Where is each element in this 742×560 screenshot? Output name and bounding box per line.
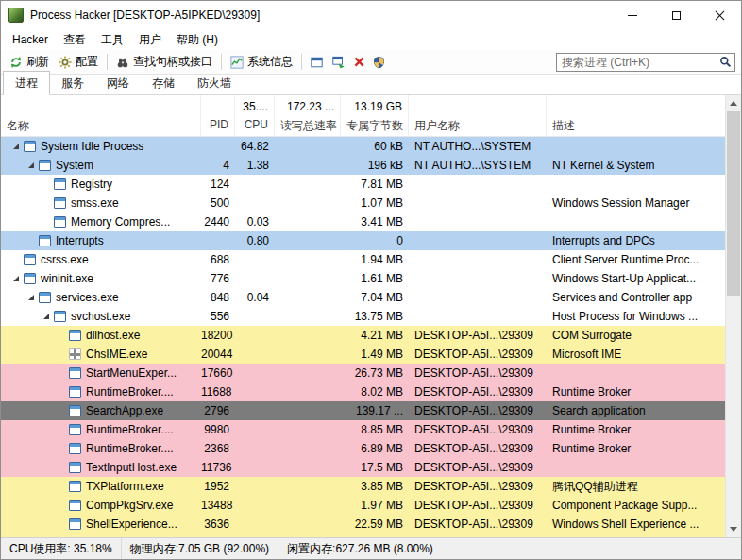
gear-icon [59,56,72,69]
expand-icon[interactable] [8,143,24,150]
table-row[interactable]: TextInputHost.exe 11736 17.5 MB DESKTOP-… [1,458,725,477]
table-row[interactable]: Interrupts 0.80 0 Interrupts and DPCs [1,231,725,250]
minimize-button[interactable] [611,1,654,29]
cell-name-label: smss.exe [71,196,119,210]
tab-firewall[interactable]: 防火墙 [186,73,243,94]
cell-desc: Windows Shell Experience ... [547,518,725,531]
table-row[interactable]: Memory Compres... 2440 0.03 3.41 MB [1,212,725,231]
process-icon [69,518,81,530]
tab-network[interactable]: 网络 [95,73,141,94]
cell-pid: 20044 [201,348,235,361]
cell-pid: 1952 [201,480,235,493]
menu-view[interactable]: 查看 [56,30,93,50]
system-info-button[interactable]: 系统信息 [226,52,297,72]
find-handles-button[interactable]: 查找句柄或接口 [111,52,217,72]
column-header-description[interactable]: 描述 [547,95,725,136]
tree-indent [1,411,54,412]
column-header-name[interactable]: 名称 [1,95,201,136]
cell-name-label: ChsIME.exe [86,348,147,361]
cell-pid: 500 [201,196,235,210]
process-hacker-window: Process Hacker [DESKTOP-A5IPKED\29309] H… [0,0,742,560]
column-header-private-bytes[interactable]: 13.19 GB 专属字节数 [341,95,409,136]
table-row[interactable]: ChsIME.exe 20044 1.49 MB DESKTOP-A5I...\… [1,345,725,364]
maximize-button[interactable] [654,1,698,29]
cell-name-label: csrss.exe [41,253,89,266]
table-row[interactable]: wininit.exe 776 1.61 MB Windows Start-Up… [1,269,725,288]
cell-user: DESKTOP-A5I...\29309 [409,366,547,380]
elevate-button[interactable] [369,54,389,71]
table-row[interactable]: svchost.exe 556 13.75 MB Host Process fo… [1,307,725,326]
cell-name-label: Registry [71,178,112,191]
window-tool-button[interactable] [306,54,328,71]
table-row[interactable]: System Idle Process 64.82 60 kB NT AUTHO… [1,137,725,156]
column-header-user[interactable]: 用户名称 [409,95,547,136]
table-row[interactable]: smss.exe 500 1.07 MB Windows Session Man… [1,194,725,212]
expand-icon[interactable] [24,161,39,169]
table-row[interactable]: RuntimeBroker.... 11688 8.02 MB DESKTOP-… [1,382,725,401]
expand-icon[interactable] [8,275,24,282]
cell-private: 1.07 MB [341,196,409,210]
table-row[interactable]: TXPlatform.exe 1952 3.85 MB DESKTOP-A5I.… [1,477,725,496]
cell-pid: 124 [201,178,235,191]
cell-user: DESKTOP-A5I...\29309 [409,461,547,474]
cell-desc: NT Kernel & System [547,159,725,172]
table-row[interactable]: ShellExperience... 3636 22.59 MB DESKTOP… [1,515,725,534]
table-row[interactable]: dllhost.exe 18200 4.21 MB DESKTOP-A5I...… [1,326,725,345]
close-tool-button[interactable] [349,54,369,70]
scrollbar-track[interactable] [726,111,741,521]
tabbar: 进程 服务 网络 存储 防火墙 [1,75,741,95]
close-button[interactable] [698,1,741,29]
table-row[interactable]: StartMenuExper... 17660 26.73 MB DESKTOP… [1,364,725,382]
menu-users[interactable]: 用户 [131,30,169,50]
tab-disk[interactable]: 存储 [141,73,186,94]
cell-desc: Microsoft IME [547,348,725,361]
menu-help[interactable]: 帮助 (H) [169,30,226,50]
cell-user: DESKTOP-A5I...\29309 [409,480,547,493]
table-row[interactable]: RuntimeBroker.... 2368 6.89 MB DESKTOP-A… [1,439,725,458]
column-label-name: 名称 [1,116,200,136]
tree-indent [1,241,24,242]
search-icon[interactable] [719,56,732,68]
tree-indent [1,430,54,431]
tab-processes[interactable]: 进程 [3,71,50,95]
expand-icon[interactable] [39,313,54,320]
window-new-button[interactable] [328,54,349,71]
column-header-pid[interactable]: PID [201,95,235,136]
scroll-up-button[interactable] [726,95,741,111]
column-header-cpu[interactable]: 35.... CPU [235,95,275,136]
search-input[interactable] [562,56,719,69]
process-icon [69,462,81,473]
binoculars-icon [116,56,129,69]
tree-indent [1,279,8,280]
vertical-scrollbar[interactable] [725,95,741,537]
menu-hacker[interactable]: Hacker [5,31,56,48]
cell-desc: Services and Controller app [547,291,725,304]
scrollbar-thumb[interactable] [727,111,740,296]
column-label-description: 描述 [547,116,725,136]
statusbar: CPU使用率: 35.18% 物理内存:7.05 GB (92.00%) 闲置内… [1,537,741,559]
table-row[interactable]: System 4 1.38 196 kB NT AUTHO...\SYSTEM … [1,156,725,175]
cell-user: DESKTOP-A5I...\29309 [409,423,547,436]
cell-pid: 9980 [201,423,235,436]
tab-services[interactable]: 服务 [50,73,95,94]
column-header-io[interactable]: 172.23 ... 读写总速率 [275,95,341,136]
tree-indent [1,524,54,525]
tree-indent [1,297,24,298]
expand-icon[interactable] [24,294,39,301]
table-row[interactable]: services.exe 848 0.04 7.04 MB Services a… [1,288,725,307]
menu-tools[interactable]: 工具 [93,30,131,50]
close-icon [715,10,725,21]
table-row[interactable]: Registry 124 7.81 MB [1,175,725,194]
cell-private: 13.75 MB [341,310,409,323]
table-row[interactable]: SearchApp.exe 2796 139.17 ... DESKTOP-A5… [1,401,725,420]
options-button[interactable]: 配置 [54,52,103,72]
table-row[interactable]: CompPkgSrv.exe 13488 1.97 MB DESKTOP-A5I… [1,496,725,515]
tree-indent [1,165,24,166]
table-row[interactable]: RuntimeBroker.... 9980 8.85 MB DESKTOP-A… [1,420,725,439]
io-total: 172.23 ... [275,96,340,116]
table-row[interactable]: csrss.exe 688 1.94 MB Client Server Runt… [1,250,725,269]
scroll-down-button[interactable] [726,521,741,537]
refresh-button[interactable]: 刷新 [5,52,54,72]
column-label-cpu: CPU [235,116,274,136]
tree-indent [1,316,39,317]
